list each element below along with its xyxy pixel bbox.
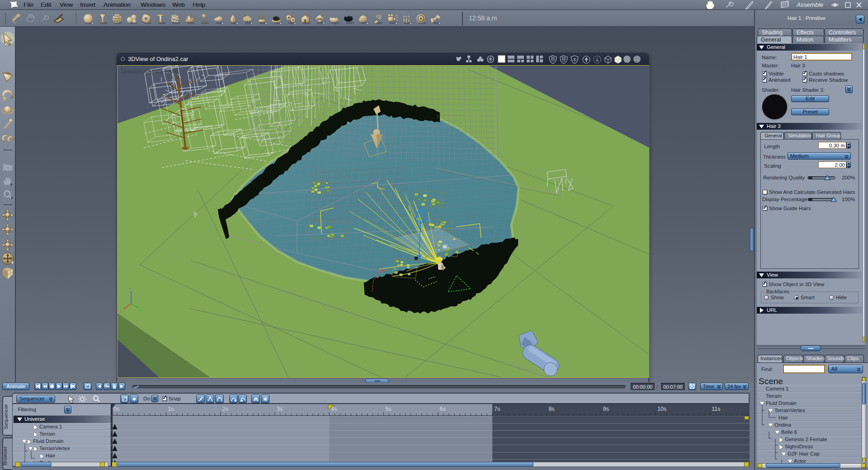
svg-text:x: x — [120, 309, 122, 312]
svg-text:11s: 11s — [712, 406, 720, 412]
svg-text:y: y — [140, 308, 142, 312]
svg-text:z: z — [129, 287, 131, 290]
svg-text:2s: 2s — [222, 406, 228, 412]
svg-text:10s: 10s — [657, 406, 666, 412]
svg-text:5s: 5s — [386, 406, 392, 412]
svg-text:3s: 3s — [277, 406, 283, 412]
svg-text:0s: 0s — [113, 406, 119, 412]
svg-text:Director's Camera 100%: Director's Camera 100% — [121, 69, 178, 74]
svg-text:8s: 8s — [548, 406, 554, 412]
svg-text:SDK: SDK — [317, 18, 323, 20]
svg-text:9s: 9s — [603, 406, 609, 412]
svg-text:1s: 1s — [168, 406, 174, 412]
svg-text:7s: 7s — [494, 406, 500, 412]
svg-text:6s: 6s — [440, 406, 446, 412]
